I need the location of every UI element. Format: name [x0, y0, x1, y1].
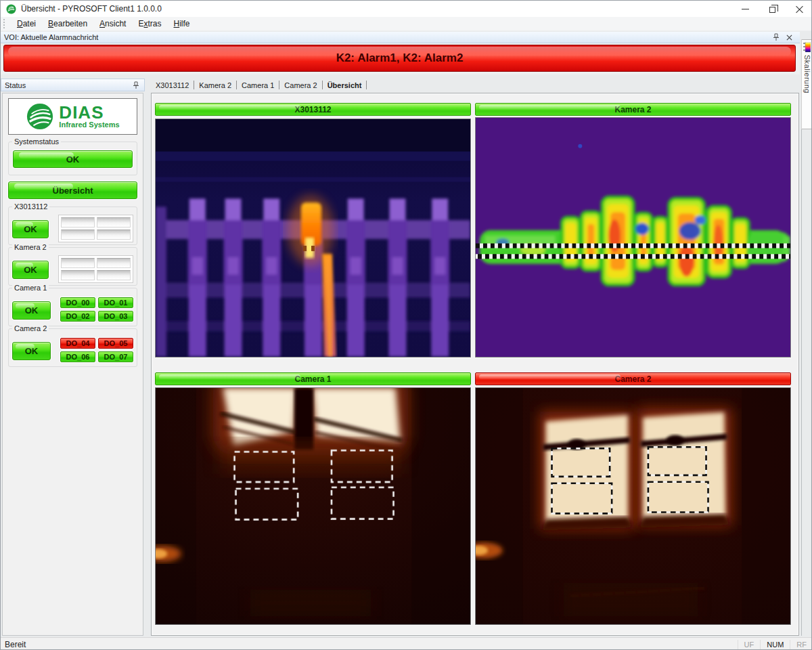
x3013112-thermal-image	[155, 118, 471, 358]
kamera2-ok-button[interactable]: OK	[12, 261, 49, 279]
view-header-camera-1: Camera 1	[155, 372, 471, 385]
tab-separator	[366, 81, 367, 89]
do-02-button[interactable]: DO_02	[60, 311, 95, 322]
menu-grip[interactable]	[3, 19, 5, 28]
indicator-lamp	[97, 217, 131, 228]
do-05-button[interactable]: DO_05	[98, 338, 133, 349]
group-systemstatus: Systemstatus OK	[8, 142, 137, 175]
minimize-icon	[742, 9, 749, 9]
dias-logo: DIAS Infrared Systems	[8, 98, 137, 135]
menu-bearbeiten[interactable]: Bearbeiten	[42, 18, 93, 30]
indicator-lamp	[97, 270, 131, 280]
statusbar-uf-indicator: UF	[738, 640, 761, 649]
restore-icon	[769, 7, 775, 13]
indicator-lamp	[61, 270, 95, 280]
indicator-lamp	[97, 258, 131, 268]
statusbar-num-indicator: NUM	[760, 640, 790, 649]
status-panel-body: DIAS Infrared Systems Systemstatus OK Üb…	[2, 93, 143, 636]
tab-uebersicht[interactable]: Übersicht	[323, 80, 367, 91]
overview-button[interactable]: Übersicht	[8, 181, 137, 199]
tab-kamera-2[interactable]: Kamera 2	[194, 80, 236, 91]
view-header-x3013112: X3013112	[155, 103, 471, 116]
logo-name: DIAS	[59, 104, 119, 121]
tab-skalierung-collapsed[interactable]: Skalierung	[801, 39, 812, 129]
view-tab-strip: X3013112 Kamera 2 Camera 1 Camera 2 Über…	[151, 79, 367, 91]
group-kamera-2: Kamera 2 OK	[8, 247, 137, 286]
indicator-lamp	[61, 217, 95, 228]
right-edge-divider	[801, 129, 802, 636]
pin-icon[interactable]	[771, 32, 782, 42]
minimize-button[interactable]	[731, 1, 759, 17]
app-logo-icon	[6, 4, 16, 14]
logo-subtitle: Infrared Systems	[59, 121, 119, 129]
tab-x3013112[interactable]: X3013112	[151, 80, 194, 91]
alarm-banner: K2: Alarm1, K2: Alarm2	[3, 45, 796, 72]
group-x3013112: X3013112 OK	[8, 207, 137, 245]
menu-ansicht[interactable]: Ansicht	[93, 18, 132, 30]
statusbar-rf-indicator: RF	[790, 640, 812, 649]
group-camera-2: Camera 2 OK DO_04 DO_05 DO_06 DO_07	[8, 328, 137, 367]
group-label: X3013112	[12, 202, 49, 211]
do-07-button[interactable]: DO_07	[98, 351, 133, 362]
do-04-button[interactable]: DO_04	[60, 338, 95, 349]
status-bar: Bereit UF NUM RF	[1, 637, 812, 650]
voi-panel-header: VOI: Aktuelle Alarmnachricht	[1, 32, 800, 43]
systemstatus-ok-button[interactable]: OK	[13, 150, 133, 168]
overview-panel: X3013112 Kamera 2 Camera 1 Camera 2	[151, 93, 799, 636]
close-button[interactable]	[786, 1, 812, 17]
tab-camera-1[interactable]: Camera 1	[237, 80, 279, 91]
indicator-lamp	[61, 230, 95, 240]
view-header-camera-2: Camera 2	[475, 372, 791, 385]
camera1-thermal-image	[155, 387, 471, 625]
group-label: Systemstatus	[12, 137, 61, 146]
panel-close-icon[interactable]	[784, 32, 794, 42]
camera1-outputs: DO_00 DO_01 DO_02 DO_03	[60, 297, 133, 322]
group-camera-1: Camera 1 OK DO_00 DO_01 DO_02 DO_03	[8, 288, 137, 326]
camera2-ok-button[interactable]: OK	[12, 342, 51, 360]
statusbar-ready-text: Bereit	[5, 640, 738, 649]
status-panel-header: Status	[1, 79, 145, 91]
status-panel: Status DIAS Infrared Systems Systemstatu…	[1, 79, 145, 636]
do-06-button[interactable]: DO_06	[60, 351, 95, 362]
alarm-message: K2: Alarm1, K2: Alarm2	[336, 51, 464, 65]
menu-bar: Datei Bearbeiten Ansicht Extras Hilfe	[1, 17, 812, 31]
camera2-thermal-image	[475, 387, 791, 625]
indicator-lamp	[61, 258, 95, 268]
color-scale-icon	[803, 42, 811, 52]
camera1-ok-button[interactable]: OK	[12, 301, 51, 320]
group-label: Camera 2	[12, 324, 49, 332]
do-00-button[interactable]: DO_00	[60, 297, 95, 308]
menu-extras[interactable]: Extras	[132, 18, 167, 30]
indicator-lamp	[97, 230, 131, 240]
window-title: Übersicht - PYROSOFT Client1 1.0.0.0	[21, 4, 162, 14]
dias-logo-icon	[26, 102, 54, 131]
camera2-outputs: DO_04 DO_05 DO_06 DO_07	[60, 338, 133, 362]
pin-icon[interactable]	[131, 81, 141, 90]
group-label: Camera 1	[12, 284, 49, 292]
alarm-zone: K2: Alarm1, K2: Alarm2	[1, 43, 800, 74]
tab-camera-2[interactable]: Camera 2	[279, 80, 321, 91]
x3013112-indicator-lamps	[58, 215, 133, 242]
x3013112-ok-button[interactable]: OK	[12, 220, 49, 238]
do-01-button[interactable]: DO_01	[98, 297, 133, 308]
restore-button[interactable]	[759, 1, 786, 17]
menu-hilfe[interactable]: Hilfe	[168, 18, 196, 30]
menu-datei[interactable]: Datei	[11, 18, 42, 30]
voi-panel-title: VOI: Aktuelle Alarmnachricht	[4, 33, 771, 41]
kamera2-thermal-image	[475, 117, 791, 358]
close-icon	[796, 5, 803, 13]
do-03-button[interactable]: DO_03	[98, 311, 133, 322]
kamera2-indicator-lamps	[58, 255, 133, 283]
view-header-kamera-2: Kamera 2	[475, 103, 791, 116]
status-panel-title: Status	[5, 81, 131, 89]
group-label: Kamera 2	[12, 243, 49, 251]
skalierung-tab-label: Skalierung	[803, 55, 811, 93]
title-bar: Übersicht - PYROSOFT Client1 1.0.0.0	[1, 1, 812, 17]
